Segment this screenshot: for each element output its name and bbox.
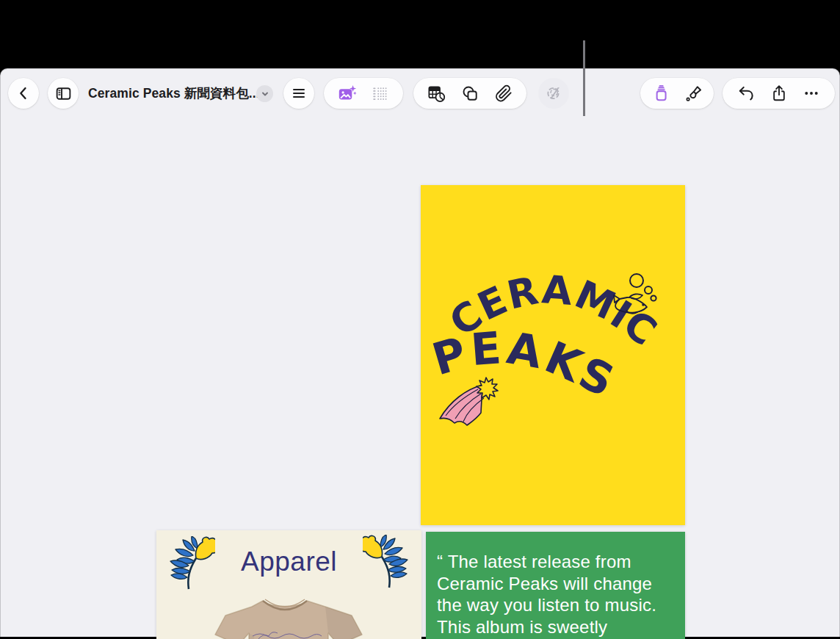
- quote-card[interactable]: “ The latest release from Ceramic Peaks …: [426, 532, 685, 639]
- media-group: [324, 78, 403, 109]
- list-view-button[interactable]: [283, 78, 314, 109]
- callout-connector-line: [583, 40, 585, 116]
- board-title[interactable]: Ceramic Peaks 新聞資料包...: [88, 78, 260, 109]
- style-group: [640, 78, 714, 109]
- list-view-icon: [290, 84, 308, 102]
- actions-group: [723, 78, 835, 109]
- screenshot-stage: Ceramic Peaks 新聞資料包...: [0, 0, 840, 639]
- more-ellipsis-icon: [802, 84, 821, 103]
- brush-button[interactable]: [683, 84, 703, 104]
- dot-grid-icon: [371, 84, 390, 103]
- table-chart-button[interactable]: [427, 84, 446, 104]
- tshirt-image: [197, 596, 380, 639]
- share-icon: [770, 84, 789, 103]
- quote-line: This album is sweetly: [437, 616, 656, 638]
- apparel-card[interactable]: Apparel: [156, 530, 421, 639]
- flower-left-icon: [162, 536, 215, 592]
- flower-right-icon: [363, 535, 416, 591]
- paperclip-icon: [493, 84, 513, 104]
- marker-icon: [651, 84, 671, 104]
- freeform-window: Ceramic Peaks 新聞資料包...: [0, 68, 840, 637]
- ceramic-peaks-logo: CERAMIC PEAKS: [421, 185, 685, 525]
- sidebar-toggle-button[interactable]: [48, 78, 79, 109]
- shapes-button[interactable]: [460, 84, 480, 104]
- table-chart-icon: [427, 84, 446, 104]
- marker-button[interactable]: [651, 84, 671, 104]
- image-wand-icon: [544, 84, 563, 103]
- back-button[interactable]: [8, 78, 39, 109]
- quote-line: “ The latest release from: [437, 551, 656, 573]
- more-button[interactable]: [802, 84, 821, 103]
- image-wand-button[interactable]: [538, 78, 569, 109]
- attach-button[interactable]: [493, 84, 513, 104]
- insert-group: [413, 78, 526, 109]
- brush-icon: [683, 84, 703, 104]
- comet-icon: [440, 378, 498, 425]
- insert-photo-icon: [337, 84, 357, 104]
- share-button[interactable]: [770, 84, 789, 103]
- undo-button[interactable]: [736, 84, 756, 103]
- sidebar-icon: [54, 84, 73, 103]
- logo-card[interactable]: CERAMIC PEAKS: [421, 185, 685, 525]
- svg-text:PEAKS: PEAKS: [427, 322, 625, 408]
- title-menu-button[interactable]: [256, 85, 273, 102]
- undo-icon: [736, 84, 756, 103]
- dot-grid-button[interactable]: [371, 84, 390, 103]
- quote-line: the way you listen to music.: [437, 594, 656, 616]
- logo-word-2: PEAKS: [427, 322, 625, 408]
- quote-text: “ The latest release from Ceramic Peaks …: [437, 551, 656, 639]
- back-chevron-icon: [15, 84, 32, 102]
- quote-line: Ceramic Peaks will change: [437, 573, 656, 595]
- chevron-down-icon: [260, 89, 270, 99]
- shapes-icon: [460, 84, 480, 104]
- insert-photo-button[interactable]: [337, 84, 357, 104]
